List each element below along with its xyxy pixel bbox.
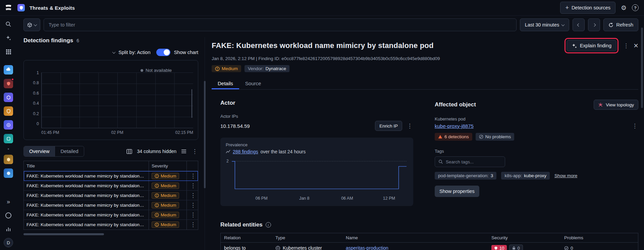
tab-details[interactable]: Details: [212, 78, 239, 89]
actor-section: Actor Actor IPs 10.178.54.59 Enrich IP ⋮: [220, 100, 413, 206]
help-icon[interactable]: ?: [632, 4, 639, 11]
rail-app-icon-3[interactable]: [4, 93, 13, 102]
status-ring-icon[interactable]: [3, 210, 13, 220]
medium-severity-icon: [155, 213, 159, 217]
explain-finding-label: Explain finding: [580, 43, 611, 48]
chart-plot-area[interactable]: [41, 72, 193, 128]
tab-source[interactable]: Source: [239, 78, 267, 89]
detail-more-menu-icon[interactable]: ⋮: [623, 43, 630, 49]
filter-type-button[interactable]: [23, 18, 40, 31]
dynatrace-logo-icon[interactable]: [4, 3, 13, 12]
split-by-dropdown[interactable]: Split by: Action: [118, 50, 150, 55]
row-density-icon[interactable]: [181, 149, 186, 154]
row-menu-icon[interactable]: ⋮: [190, 183, 197, 189]
show-chart-label: Show chart: [174, 50, 198, 55]
view-topology-button[interactable]: View topology: [594, 100, 638, 110]
row-menu-icon[interactable]: ⋮: [190, 173, 197, 179]
tag-chip[interactable]: pod-template-generation:3: [435, 172, 496, 180]
affected-object-section: Affected object View topology Kubernetes…: [435, 100, 638, 206]
show-properties-button[interactable]: Show properties: [435, 186, 479, 197]
table-row[interactable]: FAKE: Kubernetes workload name mimicry b…: [24, 191, 198, 200]
columns-hidden-label[interactable]: 34 columns hidden: [137, 149, 176, 154]
finding-title: FAKE: Kubernetes workload name mimicry b…: [212, 41, 434, 50]
problems-badge[interactable]: 0: [564, 246, 573, 250]
page-vscroll-thumb[interactable]: [641, 28, 643, 108]
findings-table-header: Title Severity: [24, 161, 198, 171]
table-row[interactable]: FAKE: Kubernetes workload name mimicry b…: [24, 171, 198, 181]
entity-name-link[interactable]: kube-proxy-j8875: [435, 123, 474, 129]
tag-chip[interactable]: k8s-app:kube-proxy: [501, 172, 550, 180]
row-menu-icon[interactable]: ⋮: [190, 212, 197, 218]
prevalence-line: [232, 158, 407, 194]
enrich-ip-button[interactable]: Enrich IP: [375, 121, 402, 131]
table-row[interactable]: FAKE: Kubernetes workload name mimicry b…: [24, 210, 198, 220]
app-title: Threats & Exploits: [30, 5, 75, 11]
kubernetes-cluster-icon: [275, 246, 280, 250]
related-entity-link[interactable]: asperitas-production: [346, 245, 388, 250]
rail-app-icon-1[interactable]: [4, 65, 13, 74]
prevalence-findings-link[interactable]: 288 findings: [233, 149, 258, 154]
medium-severity-icon: [155, 222, 159, 227]
hscroll-thumb[interactable]: [23, 233, 104, 235]
rail-app-icon-7[interactable]: [4, 155, 13, 164]
related-table-header: Relation Type Name Security Problems: [221, 233, 638, 243]
rail-app-icon-5[interactable]: [4, 120, 13, 130]
tags-search-box: [435, 156, 505, 167]
info-icon[interactable]: i: [266, 222, 271, 228]
refresh-button[interactable]: Refresh: [603, 18, 638, 31]
table-row[interactable]: FAKE: Kubernetes workload name mimicry b…: [24, 220, 198, 230]
show-more-link[interactable]: Show more: [554, 173, 577, 178]
security-critical-badge[interactable]: 10: [491, 245, 507, 250]
security-secondary-badge[interactable]: 0: [509, 245, 523, 250]
row-menu-icon[interactable]: ⋮: [190, 202, 197, 208]
explain-finding-button[interactable]: Explain finding: [567, 40, 616, 51]
rail-app-icon-4[interactable]: [4, 106, 13, 116]
col-title[interactable]: Title: [24, 161, 149, 171]
findings-vscroll-thumb[interactable]: [204, 81, 206, 188]
activity-bars-icon[interactable]: [3, 224, 13, 234]
affected-menu-icon[interactable]: ⋮: [631, 123, 638, 129]
apps-grid-icon[interactable]: [3, 47, 13, 57]
refresh-label: Refresh: [616, 22, 633, 28]
ai-sparkle-icon[interactable]: [3, 33, 13, 43]
findings-header: Detection findings 6: [23, 37, 198, 44]
detection-sources-button[interactable]: + Detection sources: [560, 2, 615, 14]
shield-icon: [494, 246, 498, 250]
rail-app-icon-8[interactable]: [4, 168, 13, 178]
rail-app-icon-2[interactable]: [4, 79, 13, 88]
close-icon[interactable]: ×: [634, 42, 638, 50]
col-severity[interactable]: Severity: [149, 161, 186, 171]
time-range-button[interactable]: Last 30 minutes: [520, 18, 569, 31]
row-menu-icon[interactable]: ⋮: [190, 222, 197, 228]
table-row[interactable]: FAKE: Kubernetes workload name mimicry b…: [24, 200, 198, 210]
expand-rail-icon[interactable]: »: [3, 197, 13, 207]
row-menu-icon[interactable]: ⋮: [190, 193, 197, 198]
tab-overview[interactable]: Overview: [24, 146, 55, 156]
detections-badge[interactable]: 6 detections: [435, 133, 472, 141]
notification-badge: [11, 78, 14, 81]
tags-search-input[interactable]: [446, 159, 501, 164]
show-chart-toggle[interactable]: [156, 49, 170, 56]
rail-app-icon-6[interactable]: [4, 134, 13, 143]
topbar-left: Threats & Exploits: [4, 3, 75, 12]
chevron-left-icon: [577, 23, 580, 27]
filter-input[interactable]: [44, 18, 517, 31]
no-problems-badge[interactable]: No problems: [476, 133, 515, 141]
time-prev-button[interactable]: [573, 18, 585, 31]
settings-gear-icon[interactable]: ⚙: [621, 4, 627, 12]
user-avatar[interactable]: D: [4, 238, 13, 247]
table-row[interactable]: FAKE: Kubernetes workload name mimicry b…: [24, 181, 198, 191]
findings-chart: Not available 10.8 0.60.4 0.20: [23, 60, 198, 140]
prevalence-y-max: 2: [226, 159, 229, 163]
actor-menu-icon[interactable]: ⋮: [406, 123, 413, 129]
detail-panel: FAKE: Kubernetes workload name mimicry b…: [212, 37, 638, 250]
prevalence-card: Prevalence 288 findings over the last 24…: [220, 138, 413, 206]
table-more-menu-icon[interactable]: ⋮: [191, 149, 198, 154]
findings-controls: Split by: Action Show chart: [23, 49, 198, 56]
time-next-button[interactable]: [588, 18, 600, 31]
prevalence-x-axis: 06 PM Jan 8 06 AM 12 PM: [232, 196, 407, 202]
tab-detailed[interactable]: Detailed: [55, 146, 84, 156]
search-icon[interactable]: [3, 19, 13, 29]
table-row[interactable]: belongs to Kubernetes cluster asperitas-…: [221, 243, 638, 250]
chevron-down-icon[interactable]: [112, 50, 116, 54]
